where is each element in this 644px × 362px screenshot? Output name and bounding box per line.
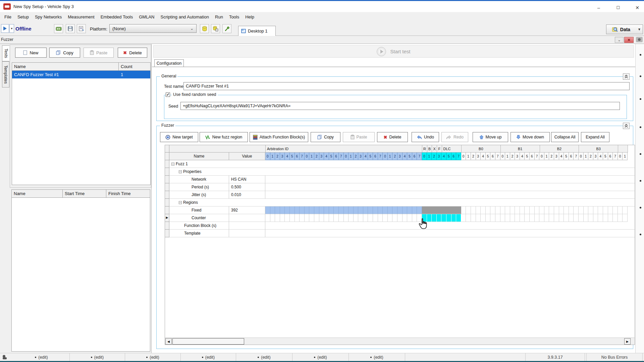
empty-bit-area[interactable] [265, 183, 635, 191]
bit-cell[interactable] [466, 206, 471, 214]
close-button[interactable]: ✕ [632, 4, 642, 11]
bit-cell[interactable] [383, 214, 388, 222]
bit-header-cell[interactable]: 4 [363, 153, 368, 160]
status-edit-2[interactable]: (edit) [70, 353, 125, 361]
bit-header-cell[interactable]: 4 [324, 153, 329, 160]
bit-cell[interactable] [344, 206, 349, 214]
row-gutter[interactable] [165, 168, 169, 176]
move-up-button[interactable]: Move up [473, 132, 508, 142]
bit-cell[interactable] [500, 206, 505, 214]
bit-cell[interactable] [476, 206, 481, 214]
bit-header-cell[interactable]: 3 [437, 153, 442, 160]
bit-cell[interactable] [285, 206, 290, 214]
bit-cell[interactable] [319, 214, 324, 222]
group-row-label[interactable]: –Regions [169, 199, 635, 206]
tab-tests[interactable]: Tests [2, 45, 9, 61]
grid-row-fuzz-1[interactable]: –Fuzz 1 [165, 160, 635, 168]
save-icon[interactable] [66, 24, 75, 33]
collapse-box-icon[interactable]: – [179, 170, 182, 173]
scroll-right-arrow[interactable]: ▶ [624, 338, 631, 345]
row-name-cell[interactable]: Period (s) [169, 183, 229, 191]
table-row[interactable]: CANFD Fuzzer Test #1 1 [12, 71, 150, 78]
bit-cell[interactable] [461, 206, 466, 214]
bit-cell[interactable] [549, 214, 554, 222]
bit-cell[interactable] [295, 214, 300, 222]
bit-header-cell[interactable]: 7 [495, 153, 500, 160]
bit-cell[interactable] [314, 214, 319, 222]
bit-cell[interactable] [544, 206, 549, 214]
bit-cell[interactable] [588, 214, 593, 222]
bit-header-cell[interactable]: 0 [344, 153, 349, 160]
bit-header-cell[interactable]: 5 [564, 153, 569, 160]
bit-cell[interactable] [535, 214, 540, 222]
bit-cell[interactable] [456, 214, 461, 222]
grid-row-template[interactable]: Template [165, 230, 635, 237]
bit-cell[interactable] [486, 206, 491, 214]
bit-header-cell[interactable]: 3 [593, 153, 598, 160]
bit-header-cell[interactable]: 2 [588, 153, 593, 160]
scrollbar-thumb[interactable] [172, 338, 244, 345]
bit-header-cell[interactable]: 3 [397, 153, 402, 160]
name-column-header[interactable]: Name [169, 153, 229, 160]
bit-cell[interactable] [549, 206, 554, 214]
group-row-label[interactable]: –Properties [169, 168, 635, 176]
bit-cell[interactable] [554, 206, 559, 214]
bit-header-cell[interactable]: 3 [358, 153, 363, 160]
bit-cell[interactable] [623, 206, 628, 214]
bit-cell[interactable] [451, 206, 457, 214]
bit-header-cell[interactable]: 6 [373, 153, 378, 160]
camera-icon[interactable] [636, 37, 643, 42]
panel-close-button[interactable]: ✕ [624, 37, 634, 43]
scripting-icon[interactable] [77, 24, 86, 33]
bit-cell[interactable] [265, 214, 270, 222]
bit-header-cell[interactable]: 6 [295, 153, 300, 160]
bit-header-cell[interactable]: 5 [603, 153, 608, 160]
bit-cell[interactable] [437, 206, 442, 214]
bit-header-cell[interactable]: 4 [598, 153, 603, 160]
bit-cell[interactable] [324, 214, 329, 222]
empty-bit-area[interactable] [265, 176, 635, 183]
menu-tools[interactable]: Tools [226, 14, 242, 19]
test-name-input[interactable]: CANFD Fuzzer Test #1 [183, 82, 630, 90]
byte-group-Arbitration ID[interactable]: Arbitration ID [266, 145, 422, 153]
bit-header-cell[interactable]: 1 [309, 153, 314, 160]
menu-scripting[interactable]: Scripting and Automation [157, 14, 212, 19]
row-value-cell[interactable]: 0.500 [229, 183, 265, 191]
bit-header-cell[interactable]: 7 [417, 153, 422, 160]
grid-row-fixed[interactable]: Fixed392 [165, 206, 635, 214]
bit-cell[interactable] [280, 214, 285, 222]
bit-cell[interactable] [285, 214, 290, 222]
database-save-icon[interactable] [211, 24, 220, 33]
bit-cell[interactable] [588, 206, 593, 214]
menu-measurement[interactable]: Measurement [65, 14, 97, 19]
row-name-cell[interactable]: Network [169, 176, 229, 183]
panel-menu-button[interactable]: ⌄ [615, 37, 624, 43]
bit-header-cell[interactable]: 6 [490, 153, 495, 160]
menu-help[interactable]: Help [242, 14, 257, 19]
bit-cell[interactable] [603, 206, 608, 214]
byte-group-X[interactable]: X [432, 145, 437, 153]
bit-cell[interactable] [270, 206, 275, 214]
bit-cell[interactable] [456, 206, 461, 214]
collapse-box-icon[interactable]: – [179, 201, 182, 204]
col-start-time[interactable]: Start Time [63, 190, 106, 197]
bit-header-cell[interactable]: 3 [476, 153, 481, 160]
bit-cell[interactable] [510, 206, 515, 214]
col-run-name[interactable]: Name [12, 190, 63, 197]
tab-desktop-1[interactable]: Desktop 1 [238, 26, 276, 36]
bit-header-cell[interactable]: 3 [515, 153, 520, 160]
bit-cell[interactable] [530, 214, 535, 222]
bit-header-cell[interactable]: 2 [392, 153, 397, 160]
bit-header-cell[interactable]: 0 [383, 153, 388, 160]
bit-header-cell[interactable]: 1 [427, 153, 432, 160]
bit-header-cell[interactable]: 3 [319, 153, 324, 160]
byte-group-B3[interactable]: B3 [579, 145, 618, 153]
bit-cell[interactable] [471, 214, 476, 222]
bit-cell[interactable] [603, 214, 608, 222]
bit-cell[interactable] [305, 214, 310, 222]
bit-cell[interactable] [613, 214, 618, 222]
bit-cell[interactable] [432, 214, 437, 222]
bit-cell[interactable] [476, 214, 481, 222]
grid-row-regions[interactable]: –Regions [165, 199, 635, 206]
bit-cell[interactable] [339, 206, 344, 214]
